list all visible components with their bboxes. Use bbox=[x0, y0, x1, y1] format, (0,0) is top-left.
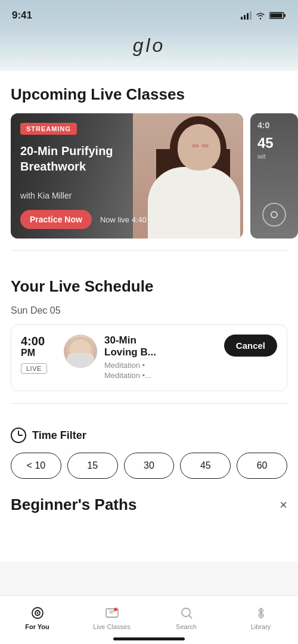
upcoming-section-title: Upcoming Live Classes bbox=[0, 71, 298, 113]
battery-icon bbox=[269, 11, 286, 20]
class-title: 20-Min Purifying Breathwork bbox=[20, 143, 136, 174]
schedule-class-type-2: Meditation •... bbox=[104, 371, 217, 380]
schedule-hour: 4:00 bbox=[21, 335, 57, 348]
schedule-date: Sun Dec 05 bbox=[0, 305, 298, 324]
svg-rect-2 bbox=[284, 14, 286, 17]
beginners-title: Beginner's Paths bbox=[11, 496, 136, 514]
schedule-item: 4:00 PM LIVE 30-MinLoving B... Meditatio… bbox=[11, 324, 287, 391]
schedule-class-info: 30-MinLoving B... Meditation • Meditatio… bbox=[104, 335, 217, 381]
nav-item-live-classes[interactable]: Live Classes bbox=[74, 600, 149, 630]
home-indicator bbox=[113, 637, 185, 640]
live-classes-icon bbox=[104, 605, 120, 621]
status-time: 9:41 bbox=[12, 10, 32, 21]
close-beginners-button[interactable]: × bbox=[280, 497, 287, 513]
nav-item-search[interactable]: Search bbox=[149, 600, 224, 630]
svg-point-7 bbox=[114, 608, 117, 611]
signal-icon bbox=[241, 11, 252, 20]
schedule-class-name: 30-MinLoving B... bbox=[104, 335, 217, 358]
mini-card-action bbox=[262, 203, 286, 227]
time-filter-label: Time Filter bbox=[32, 429, 86, 442]
divider-2 bbox=[11, 403, 287, 404]
divider-1 bbox=[11, 250, 287, 251]
search-icon bbox=[179, 605, 194, 621]
filter-pills-group: < 10 15 30 45 60 bbox=[11, 453, 287, 479]
filter-pill-45[interactable]: 45 bbox=[180, 453, 231, 479]
schedule-time-block: 4:00 PM LIVE bbox=[21, 335, 57, 374]
instructor-image bbox=[133, 113, 243, 239]
wifi-icon bbox=[255, 11, 266, 20]
nav-label-search: Search bbox=[176, 623, 197, 630]
nav-label-for-you: For You bbox=[25, 623, 49, 630]
schedule-class-type-1: Meditation • bbox=[104, 361, 217, 370]
featured-class-card[interactable]: STREAMING 20-Min Purifying Breathwork wi… bbox=[11, 113, 243, 239]
beginners-section: Beginner's Paths × bbox=[0, 479, 298, 514]
bottom-navigation: For You Live Classes Search bbox=[0, 595, 298, 644]
svg-rect-1 bbox=[271, 14, 283, 18]
schedule-section-title: Your Live Schedule bbox=[0, 263, 298, 305]
class-instructor: with Kia Miller bbox=[20, 191, 72, 200]
mini-card-instructor: wit bbox=[257, 153, 291, 160]
svg-point-5 bbox=[36, 612, 38, 614]
library-icon bbox=[253, 605, 269, 621]
app-logo: glo bbox=[0, 35, 298, 57]
cancel-button[interactable]: Cancel bbox=[224, 335, 277, 357]
live-badge: LIVE bbox=[21, 363, 47, 374]
time-filter-header: Time Filter bbox=[11, 428, 287, 443]
filter-pill-lt10[interactable]: < 10 bbox=[11, 453, 61, 479]
schedule-instructor-avatar bbox=[64, 335, 97, 368]
clock-icon bbox=[11, 428, 26, 443]
time-filter-section: Time Filter < 10 15 30 45 60 bbox=[0, 416, 298, 479]
main-content: Upcoming Live Classes STREAMING bbox=[0, 71, 298, 562]
mini-card-duration: 45 bbox=[257, 135, 291, 151]
schedule-ampm: PM bbox=[21, 348, 57, 358]
status-icons bbox=[241, 11, 286, 20]
live-classes-carousel: STREAMING 20-Min Purifying Breathwork wi… bbox=[0, 113, 298, 239]
nav-label-live-classes: Live Classes bbox=[93, 623, 130, 630]
for-you-icon bbox=[30, 605, 45, 621]
card-actions: Practice Now Now live 4:40 bbox=[20, 210, 147, 229]
nav-item-for-you[interactable]: For You bbox=[0, 600, 74, 630]
filter-pill-30[interactable]: 30 bbox=[124, 453, 175, 479]
header: glo bbox=[0, 29, 298, 71]
practice-now-button[interactable]: Practice Now bbox=[20, 210, 92, 229]
nav-item-library[interactable]: Library bbox=[224, 600, 298, 630]
filter-pill-15[interactable]: 15 bbox=[67, 453, 118, 479]
mini-card-time: 4:0 bbox=[257, 120, 291, 130]
filter-pill-60[interactable]: 60 bbox=[237, 453, 287, 479]
live-time-text: Now live 4:40 bbox=[100, 215, 147, 224]
status-bar: 9:41 bbox=[0, 0, 298, 29]
nav-label-library: Library bbox=[251, 623, 271, 630]
streaming-badge: STREAMING bbox=[20, 123, 77, 135]
next-class-card-mini[interactable]: 4:0 45 wit bbox=[250, 113, 298, 239]
